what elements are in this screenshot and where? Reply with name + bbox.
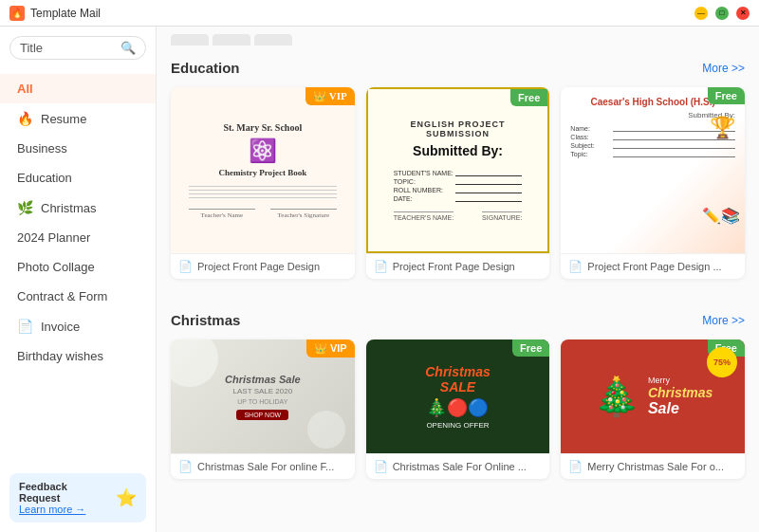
- field-line: [455, 170, 523, 176]
- scroll-tab-3[interactable]: [254, 34, 292, 46]
- xmas-card-3[interactable]: Free 🎄 Merry Christmas Sale 75% 📄: [561, 339, 745, 479]
- christmas-section-header: Christmas More >>: [171, 312, 745, 328]
- doc-icon: 📄: [568, 260, 583, 273]
- edu-card-3-footer: 📄 Project Front Page Design ...: [561, 253, 745, 279]
- sidebar-item-label: Christmas: [41, 201, 97, 215]
- titlebar-left: 🔥 Template Mail: [9, 6, 101, 21]
- pencil-icon: ✏️📚: [702, 207, 740, 225]
- sidebar-item-label: Invoice: [41, 320, 80, 334]
- sidebar-item-all[interactable]: All: [0, 74, 156, 103]
- xmas2-balls-icon: 🎄🔴🔵: [426, 397, 489, 418]
- xmas-card-2-img: Free ChristmasSALE 🎄🔴🔵 OPENING OFFER: [366, 339, 550, 453]
- feedback-content: Feedback Request Learn more →: [19, 481, 110, 515]
- flame-icon: 🔥: [17, 111, 33, 126]
- field-label: Name:: [570, 125, 613, 132]
- sidebar-item-photo-collage[interactable]: Photo Collage: [0, 252, 156, 282]
- sidebar-item-planner[interactable]: 2024 Planner: [0, 223, 156, 252]
- main-content: Education More >> 👑 VIP St. Mary Sr. Sch…: [157, 27, 759, 532]
- feedback-box: Feedback Request Learn more → ⭐: [9, 473, 146, 523]
- xmas-card-1[interactable]: 👑 VIP Christmas Sale LAST SALE 2020 UP T…: [171, 339, 355, 479]
- doc-icon: 📄: [178, 460, 193, 473]
- xmas-card-3-title: Merry Christmas Sale For o...: [587, 461, 724, 472]
- maximize-button[interactable]: □: [715, 7, 729, 20]
- close-button[interactable]: ✕: [736, 7, 750, 20]
- sidebar-item-education[interactable]: Education: [0, 163, 156, 193]
- xmas-card-2-footer: 📄 Christmas Sale For Online ...: [366, 453, 550, 479]
- field-row: ROLL NUMBER:: [394, 187, 523, 193]
- christmas-more-link[interactable]: More >>: [702, 314, 745, 327]
- edu-card-2[interactable]: Free ENGLISH PROJECTSUBMISSION Submitted…: [366, 87, 550, 279]
- field-line: [455, 195, 523, 202]
- christmas-cards-grid: 👑 VIP Christmas Sale LAST SALE 2020 UP T…: [171, 339, 745, 479]
- edu-card-3-title: Project Front Page Design ...: [587, 261, 721, 272]
- form-line: [189, 197, 337, 198]
- edu-card-2-img: Free ENGLISH PROJECTSUBMISSION Submitted…: [366, 87, 550, 253]
- education-more-link[interactable]: More >>: [702, 62, 745, 75]
- minimize-button[interactable]: —: [694, 7, 708, 20]
- edu-card-1[interactable]: 👑 VIP St. Mary Sr. School ⚛️ Chemistry P…: [171, 87, 355, 279]
- titlebar-title: Template Mail: [30, 7, 101, 20]
- student-sig: Teacher's Signature: [270, 209, 337, 219]
- edu-card-3[interactable]: Free 🏆 Caesar's High School (H.S.) Submi…: [561, 87, 745, 279]
- teacher-sig-box: SIGNATURE:: [482, 211, 522, 221]
- field-row: Subject:: [570, 142, 735, 149]
- sidebar-item-christmas[interactable]: 🌿 Christmas: [0, 193, 156, 223]
- xmas3-percent-badge: 75%: [707, 347, 737, 377]
- form-lines: [189, 183, 337, 201]
- field-label: Subject:: [570, 142, 613, 149]
- edu-card-3-content: Free 🏆 Caesar's High School (H.S.) Submi…: [561, 87, 745, 253]
- sidebar-item-label: Education: [17, 171, 72, 185]
- xmas-card-3-img: Free 🎄 Merry Christmas Sale 75%: [561, 339, 745, 453]
- field-line: [455, 187, 523, 193]
- edu-card-1-img: 👑 VIP St. Mary Sr. School ⚛️ Chemistry P…: [171, 87, 355, 253]
- edu-card-2-title: Project Front Page Design: [393, 261, 515, 272]
- sidebar-item-label: 2024 Planner: [17, 230, 90, 245]
- edu-card-2-content: Free ENGLISH PROJECTSUBMISSION Submitted…: [366, 87, 550, 253]
- christmas-section-title: Christmas: [171, 312, 240, 328]
- trophy-icon: 🏆: [710, 116, 735, 140]
- xmas-card-2[interactable]: Free ChristmasSALE 🎄🔴🔵 OPENING OFFER 📄 C…: [366, 339, 550, 479]
- field-row: TOPIC:: [394, 178, 523, 185]
- field-row: STUDENT'S NAME:: [394, 170, 523, 176]
- crown-icon: 👑: [313, 90, 326, 101]
- atom-icon: ⚛️: [249, 138, 277, 164]
- education-section-header: Education More >>: [171, 60, 745, 76]
- field-row: DATE:: [394, 195, 523, 202]
- xmas-card-2-content: Free ChristmasSALE 🎄🔴🔵 OPENING OFFER: [366, 339, 550, 453]
- feedback-title: Feedback Request: [19, 481, 110, 504]
- vip-badge: 👑 VIP: [305, 87, 355, 105]
- search-box[interactable]: 🔍: [9, 36, 146, 60]
- sidebar-item-resume[interactable]: 🔥 Resume: [0, 103, 156, 134]
- xmas-card-3-content: Free 🎄 Merry Christmas Sale 75%: [561, 339, 745, 453]
- signature-area: Teacher's Name Teacher's Signature: [189, 209, 337, 219]
- sidebar-item-invoice[interactable]: 📄 Invoice: [0, 311, 156, 341]
- field-row: Topic:: [570, 151, 735, 157]
- sidebar-item-contract[interactable]: Contract & Form: [0, 282, 156, 311]
- sidebar-item-birthday[interactable]: Birthday wishes: [0, 341, 156, 371]
- christmas-section: Christmas More >> 👑 VIP: [157, 298, 759, 498]
- circle-decoration: [171, 339, 218, 387]
- doc-icon: 📄: [374, 460, 388, 473]
- free-badge: Free: [512, 339, 549, 357]
- xmas-card-1-footer: 📄 Christmas Sale For online F...: [171, 453, 355, 479]
- sidebar-item-business[interactable]: Business: [0, 134, 156, 163]
- scroll-tab-2[interactable]: [213, 34, 250, 46]
- feedback-link[interactable]: Learn more →: [19, 504, 85, 515]
- sidebar-scroll-area: All 🔥 Resume Business Education 🌿 Christ…: [0, 69, 156, 464]
- education-section: Education More >> 👑 VIP St. Mary Sr. Sch…: [157, 46, 759, 298]
- teacher-sig: Teacher's Name: [189, 209, 255, 219]
- edu-card-2-footer: 📄 Project Front Page Design: [366, 253, 550, 279]
- xmas-bg: [171, 339, 355, 453]
- search-input[interactable]: [20, 41, 115, 55]
- scroll-tab-1[interactable]: [171, 34, 209, 46]
- feedback-star-icon: ⭐: [116, 487, 137, 508]
- sidebar-item-label: All: [17, 82, 33, 96]
- circle-decoration: [307, 411, 345, 449]
- edu-card-1-title: Project Front Page Design: [197, 261, 320, 272]
- proj-title: ENGLISH PROJECTSUBMISSION: [410, 119, 505, 138]
- field-label: ROLL NUMBER:: [394, 187, 455, 193]
- xmas3-merry-text: Merry: [648, 376, 713, 385]
- teacher-name-box: TEACHER'S NAME:: [394, 211, 454, 221]
- sidebar-item-label: Resume: [41, 112, 86, 126]
- xmas-card-1-img: 👑 VIP Christmas Sale LAST SALE 2020 UP T…: [171, 339, 355, 453]
